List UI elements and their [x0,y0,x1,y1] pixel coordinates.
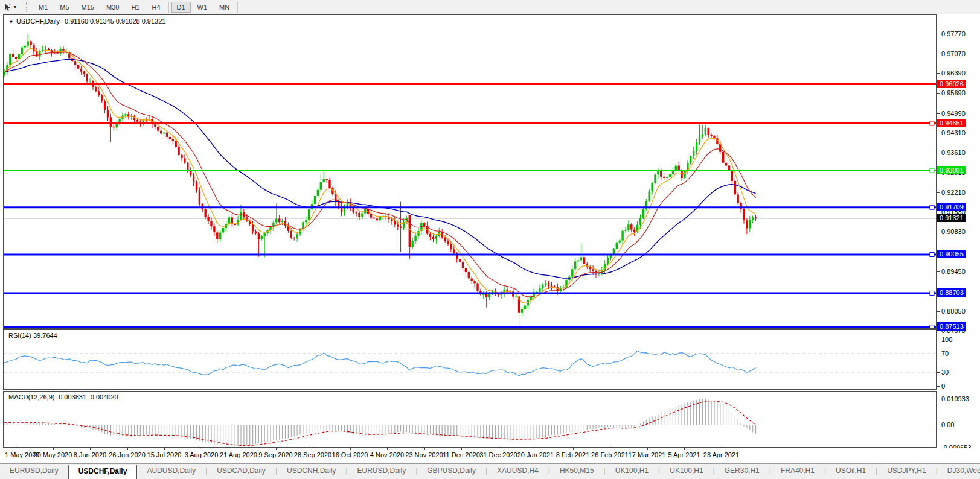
scale-tick [937,399,940,399]
chart-cursor-dropdown[interactable]: ▾ [0,1,20,13]
price-tick-label: 0.94310 [941,129,966,136]
macd-values: -0.003831 -0.004020 [56,393,118,401]
date-tick [499,448,499,450]
macd-tick-label: 0.00 [941,421,954,428]
date-tick [610,448,610,450]
scale-tick [937,54,940,54]
date-tick [536,448,536,450]
date-axis[interactable]: 1 May 202020 May 20208 Jun 202026 Jun 20… [0,448,980,463]
scale-tick [937,212,940,212]
date-label: 16 Oct 2020 [332,451,368,458]
price-tick-label: 0.90830 [941,228,966,235]
date-label: 15 Jul 2020 [147,451,182,458]
chart-tab-uk100-h1[interactable]: UK100,H1 [660,464,713,479]
chart-tab-eurusd-daily[interactable]: EURUSD,Daily [347,464,415,479]
price-tick-label: 0.88050 [941,308,966,315]
chart-tab-fra40-h1[interactable]: FRA40,H1 [771,464,824,479]
price-tick-label: 0.95690 [941,89,966,97]
hline-handle[interactable] [930,253,934,257]
date-label: 8 Feb 2021 [556,451,590,458]
chart-tab-ger30-h1[interactable]: GER30,H1 [715,464,769,479]
timeframe-button-h4[interactable]: H4 [146,2,165,13]
chart-tab-hk50-m15[interactable]: HK50,M15 [550,464,604,479]
date-label: 17 Mar 2021 [629,451,666,458]
chart-tab-usdjpy-h1[interactable]: USDJPY,H1 [877,464,935,479]
rsi-tick-label: 30 [941,369,949,376]
date-tick [424,448,425,450]
rsi-panel[interactable]: RSI(14) 39.7644 [3,329,937,390]
date-tick [239,448,239,450]
toolbar-separator [22,2,22,13]
date-tick [164,448,165,450]
macd-label: MACD(12,26,9) -0.003831 -0.004020 [8,393,118,401]
macd-histogram [4,398,756,446]
chart-tab-usdchf-daily[interactable]: USDCHF,Daily [68,465,138,479]
scale-tick [937,372,940,373]
price-tick-label: 0.97070 [941,50,966,57]
chart-tab-eurusd-daily[interactable]: EURUSD,Daily [0,464,68,479]
chart-tab-uk100-h1[interactable]: UK100,H1 [606,464,658,479]
chart-tab-usdcad-daily[interactable]: USDCAD,Daily [207,464,275,479]
scale-tick [937,386,940,387]
price-scale[interactable]: 0.977700.970700.963900.956900.949900.943… [937,14,980,448]
chart-tab-usdcnh-daily[interactable]: USDCNH,Daily [277,464,345,479]
symbol-timeframe-label: USDCHF,Daily [16,17,60,25]
chart-tab-audusd-daily[interactable]: AUDUSD,Daily [137,464,205,479]
date-tick [276,448,277,450]
toolbar-grip[interactable] [26,2,29,12]
date-tick [684,448,685,450]
hline-handle[interactable] [930,121,934,125]
date-label: 23 Apr 2021 [703,451,739,458]
timeframe-button-m15[interactable]: M15 [76,2,100,13]
candlestick-plot[interactable] [4,15,936,328]
price-chart-panel[interactable]: ▼USDCHF,Daily0.91160 0.91345 0.91028 0.9… [3,14,937,329]
timeframe-button-m30[interactable]: M30 [101,2,124,13]
scale-tick [937,192,940,193]
timeframe-button-mn[interactable]: MN [214,2,235,13]
timeframe-button-w1[interactable]: W1 [192,2,213,13]
date-tick [313,448,313,450]
price-tick-label: 0.93610 [941,149,966,156]
date-tick [350,448,351,450]
scale-tick [937,153,940,153]
chart-tab-usoil-h1[interactable]: USOil,H1 [826,464,876,479]
toolbar-separator [237,2,238,13]
ohlc-values: 0.91160 0.91345 0.91028 0.91321 [65,17,165,25]
level-price-badge: 0.93001 [937,166,966,174]
date-label: 26 Feb 2021 [591,451,629,458]
timeframe-button-d1[interactable]: D1 [171,2,191,13]
hline-handle[interactable] [930,168,934,173]
scale-tick [937,93,940,94]
timeframe-button-m5[interactable]: M5 [54,2,74,13]
cursor-icon [4,3,12,11]
macd-panel[interactable]: MACD(12,26,9) -0.003831 -0.004020 [3,391,937,448]
scale-tick [937,311,940,312]
level-price-badge: 0.88703 [937,288,966,297]
chart-tabbar: EURUSD,DailyUSDCHF,DailyAUDUSD,Daily|USD… [0,463,980,479]
date-tick [387,448,388,450]
date-label: 31 Dec 2020 [479,451,517,458]
timeframe-button-h1[interactable]: H1 [126,2,145,13]
rsi-label: RSI(14) 39.7644 [8,332,57,339]
date-label: 20 Jan 2021 [517,451,554,458]
chart-tab-dj30-weekly[interactable]: DJ30,Weekly [938,464,980,479]
date-tick [722,448,722,450]
chart-title: ▼USDCHF,Daily0.91160 0.91345 0.91028 0.9… [8,17,165,25]
timeframe-toolbar: ▾ M1M5M15M30H1H4D1W1MN [0,0,980,14]
hline-handle[interactable] [930,205,934,209]
hline-handle[interactable] [930,325,934,328]
hline-handle[interactable] [930,291,934,295]
price-tick-label: 0.89450 [941,268,966,275]
collapse-arrow-icon[interactable]: ▼ [8,19,14,25]
timeframe-button-m1[interactable]: M1 [33,2,53,13]
date-label: 28 Sep 2020 [294,451,331,458]
rsi-tick-label: 70 [941,350,949,357]
rsi-plot [4,330,936,389]
chart-tab-xauusd-h4[interactable]: XAUUSD,H4 [487,464,548,479]
scale-tick [937,34,940,34]
date-label: 20 May 2020 [34,451,72,458]
date-tick [16,448,16,450]
date-label: 4 Nov 2020 [370,451,404,458]
chart-tab-gbpusd-daily[interactable]: GBPUSD,Daily [417,464,485,479]
rsi-tick-label: 0 [941,382,945,390]
